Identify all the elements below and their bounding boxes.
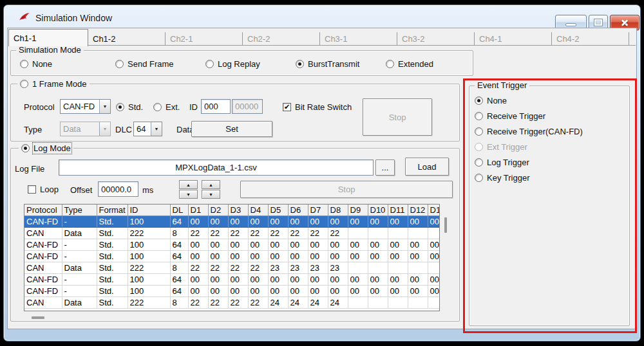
table-row[interactable]: CAN-FD-Std.10064000000000000000000000000…	[24, 250, 440, 262]
bit-rate-switch[interactable]: ✔ Bit Rate Switch	[283, 102, 352, 112]
table-row[interactable]: CAN-FD-Std.10064000000000000000000000000…	[24, 215, 440, 227]
horizontal-scrollbar-thumb[interactable]	[32, 316, 44, 319]
spin-down-icon[interactable]: ▼	[202, 190, 220, 199]
column-header-d2[interactable]: D2	[208, 205, 228, 215]
table-cell: 00	[388, 239, 408, 250]
tab-ch2-2[interactable]: Ch2-2	[243, 32, 320, 45]
log-file-input[interactable]: MPXLogData_1-1.csv	[59, 159, 374, 176]
dropdown-arrow-icon[interactable]: ▼	[151, 122, 162, 136]
ext-radio-label: Ext.	[166, 102, 180, 112]
column-header-d7[interactable]: D7	[308, 205, 328, 215]
id-ext-input[interactable]: 00000	[232, 99, 263, 114]
tab-bar: Ch1-1Ch1-2Ch2-1Ch2-2Ch3-1Ch3-2Ch4-1Ch4-2	[8, 29, 636, 46]
table-cell: CAN	[24, 262, 62, 273]
load-button[interactable]: Load	[405, 158, 449, 176]
table-cell	[388, 227, 408, 239]
table-cell: 100	[128, 239, 170, 250]
spin-up-icon[interactable]: ▲	[179, 180, 198, 189]
browse-button[interactable]: ...	[375, 159, 395, 176]
table-cell	[428, 262, 440, 273]
log-mode-radio[interactable]: Log Mode	[21, 143, 71, 153]
table-cell: Std.	[97, 285, 128, 296]
event-trigger-receive-trigger-can-fd-radio[interactable]: Receive Trigger(CAN-FD)	[475, 126, 583, 136]
dlc-combobox[interactable]: 64 ▼	[133, 122, 162, 136]
column-header-d9[interactable]: D9	[348, 205, 368, 215]
radio-icon	[386, 60, 394, 68]
std-radio[interactable]: Std.	[116, 102, 143, 112]
tab-ch2-1[interactable]: Ch2-1	[166, 32, 243, 45]
table-row[interactable]: CANDataStd.22282222222222222222	[24, 227, 440, 239]
frame-stop-button[interactable]: Stop	[363, 98, 432, 136]
type-combobox[interactable]: Data ▼	[60, 122, 111, 136]
offset-input[interactable]: 00000.0	[98, 181, 138, 197]
simulation-mode-log-replay-radio[interactable]: Log Replay	[205, 59, 260, 69]
spin-down-icon[interactable]: ▼	[179, 190, 198, 199]
vertical-scrollbar-thumb[interactable]	[444, 217, 447, 233]
column-header-d13[interactable]: D13	[428, 205, 440, 215]
event-trigger-log-trigger-radio[interactable]: Log Trigger	[475, 157, 529, 167]
table-row[interactable]: CAN-FD-Std.10064000000000000000000000000…	[24, 285, 440, 296]
window-titlebar: Simulation Window	[3, 5, 641, 28]
event-trigger-key-trigger-radio[interactable]: Key Trigger	[475, 172, 529, 183]
table-header-row: ProtocolTypeFormatIDDLD1D2D3D4D5D6D7D8D9…	[24, 205, 440, 215]
frame-mode-radio[interactable]: 1 Frame Mode	[20, 78, 87, 89]
column-header-d12[interactable]: D12	[408, 205, 428, 215]
table-row[interactable]: CAN-FD-Std.10064000000000000000000000000…	[24, 239, 440, 250]
id-std-input[interactable]: 000	[201, 99, 231, 114]
table-cell: 00	[368, 239, 388, 250]
event-trigger-receive-trigger-radio[interactable]: Receive Trigger	[475, 111, 545, 121]
radio-icon	[115, 60, 124, 68]
id-label: ID	[189, 102, 198, 112]
table-cell: 00	[428, 239, 440, 250]
table-row[interactable]: CANDataStd.22282222222223232323	[24, 262, 440, 273]
offset-unit-label: ms	[142, 185, 153, 195]
tab-ch3-2[interactable]: Ch3-2	[397, 32, 475, 45]
log-stop-button[interactable]: Stop	[240, 181, 453, 198]
table-cell: 00	[348, 250, 368, 262]
event-trigger-none-radio[interactable]: None	[475, 95, 507, 105]
protocol-combobox[interactable]: CAN-FD ▼	[60, 99, 111, 114]
column-header-d6[interactable]: D6	[288, 205, 308, 215]
radio-label: Extended	[398, 59, 433, 69]
tab-ch1-2[interactable]: Ch1-2	[88, 32, 166, 45]
tab-ch1-1[interactable]: Ch1-1	[8, 29, 88, 46]
table-cell: 22	[328, 227, 348, 239]
radio-icon	[20, 60, 28, 68]
spin-up-icon[interactable]: ▲	[202, 180, 220, 189]
radio-icon	[153, 103, 162, 111]
table-cell: 00	[268, 250, 288, 262]
dropdown-arrow-icon[interactable]: ▼	[99, 100, 110, 113]
table-row[interactable]: CAN-FD-Std.10064000000000000000000000000…	[24, 273, 440, 285]
column-header-d5[interactable]: D5	[268, 205, 288, 215]
loop-checkbox[interactable]: Loop	[28, 184, 59, 194]
column-header-protocol[interactable]: Protocol	[24, 205, 62, 215]
table-cell: 222	[128, 262, 170, 273]
column-header-d3[interactable]: D3	[228, 205, 248, 215]
table-cell: 00	[288, 215, 308, 227]
set-button[interactable]: Set	[191, 121, 272, 137]
table-cell: 00	[368, 285, 388, 296]
event-trigger-ext-trigger-radio[interactable]: Ext Trigger	[475, 141, 527, 152]
column-header-dl[interactable]: DL	[170, 205, 188, 215]
column-header-d1[interactable]: D1	[188, 205, 208, 215]
column-header-d4[interactable]: D4	[248, 205, 268, 215]
simulation-mode-extended-radio[interactable]: Extended	[386, 59, 433, 69]
simulation-mode-bursttransmit-radio[interactable]: BurstTransmit	[296, 59, 359, 69]
column-header-format[interactable]: Format	[97, 205, 128, 215]
tab-ch3-1[interactable]: Ch3-1	[320, 32, 397, 45]
simulation-mode-none-radio[interactable]: None	[20, 59, 52, 69]
radio-label: Log Replay	[218, 59, 260, 69]
tab-ch4-1[interactable]: Ch4-1	[475, 32, 552, 45]
simulation-mode-send-frame-radio[interactable]: Send Frame	[115, 59, 174, 69]
table-cell: 00	[328, 285, 348, 296]
radio-label: Send Frame	[128, 59, 174, 69]
table-row[interactable]: CANDataStd.22282222222224242424	[24, 296, 440, 308]
tab-ch4-2[interactable]: Ch4-2	[552, 32, 629, 45]
ext-radio[interactable]: Ext.	[153, 102, 180, 112]
column-header-d10[interactable]: D10	[368, 205, 388, 215]
column-header-type[interactable]: Type	[62, 205, 97, 215]
column-header-d8[interactable]: D8	[328, 205, 348, 215]
column-header-d11[interactable]: D11	[388, 205, 408, 215]
table-cell: 100	[128, 250, 170, 262]
column-header-id[interactable]: ID	[128, 205, 170, 215]
